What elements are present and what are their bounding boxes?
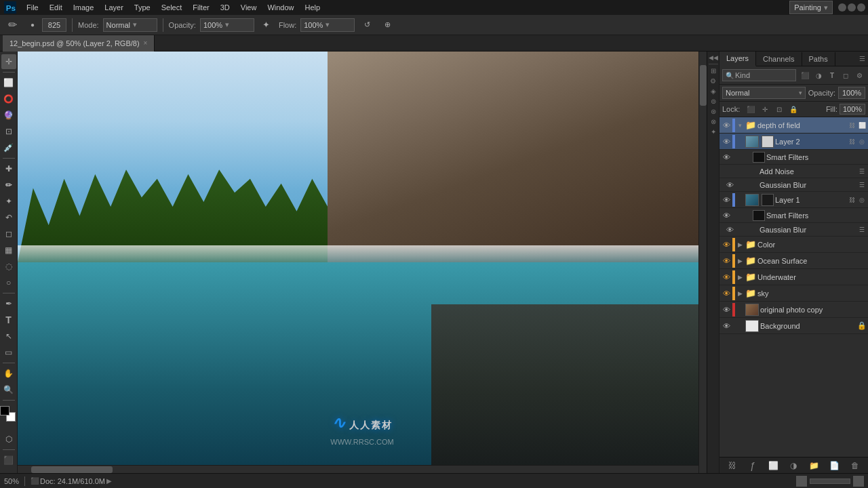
panel-icon-7[interactable]: ✦ [711, 128, 716, 136]
menu-edit[interactable]: Edit [45, 2, 67, 13]
expand-color[interactable]: ▶ [736, 241, 744, 249]
tab-channels[interactable]: Channels [756, 52, 802, 66]
panel-icon-6[interactable]: ⊗ [711, 118, 716, 125]
tab-close-button[interactable]: × [144, 39, 148, 47]
menu-3d[interactable]: 3D [216, 2, 235, 13]
fill-input[interactable] [840, 104, 865, 115]
smoothing-icon[interactable]: ↺ [359, 17, 375, 33]
layer-row-original-photo[interactable]: 👁 original photo copy [719, 302, 868, 318]
mode-dropdown[interactable]: Normal ▾ [103, 18, 157, 32]
layer-row-gaussian-blur-1[interactable]: 👁 Gaussian Blur ☰ [719, 178, 868, 192]
window-maximize[interactable] [848, 3, 856, 12]
document-tab[interactable]: 12_begin.psd @ 50% (Layer 2, RGB/8) × [3, 35, 155, 52]
blend-mode-dropdown[interactable]: Normal ▾ [722, 87, 806, 99]
filter-smart-icon[interactable]: ⚙ [853, 69, 865, 81]
menu-window[interactable]: Window [262, 2, 298, 13]
canvas-scrollbar-v[interactable] [698, 52, 707, 473]
lock-all-icon[interactable]: 🔒 [787, 103, 800, 115]
clone-stamp-tool[interactable]: ✦ [1, 194, 16, 209]
eye-original-photo[interactable]: 👁 [721, 304, 732, 315]
gaussian-blur-2-settings-icon[interactable]: ☰ [857, 225, 867, 235]
new-layer-icon[interactable]: 📄 [828, 459, 842, 472]
menu-select[interactable]: Select [157, 2, 187, 13]
menu-help[interactable]: Help [300, 2, 326, 13]
eye-color[interactable]: 👁 [721, 239, 732, 250]
tab-paths[interactable]: Paths [802, 52, 835, 66]
foreground-color[interactable] [0, 406, 9, 415]
filter-type-icon[interactable]: T [826, 69, 838, 81]
eye-depth-of-field[interactable]: 👁 [721, 120, 732, 131]
canvas-scrollbar-h[interactable] [18, 465, 698, 473]
layer-row-add-noise[interactable]: 👁 Add Noise ☰ [719, 165, 868, 178]
layer-row-background[interactable]: 👁 Background 🔒 [719, 318, 868, 334]
new-group-icon[interactable]: 📁 [808, 459, 821, 472]
layer-row-underwater[interactable]: 👁 ▶ 📁 Underwater [719, 269, 868, 285]
healing-brush-tool[interactable]: ✚ [1, 161, 16, 176]
menu-layer[interactable]: Layer [100, 2, 128, 13]
filter-shape-icon[interactable]: ◻ [840, 69, 852, 81]
add-noise-settings-icon[interactable]: ☰ [857, 167, 867, 176]
airbrush-icon[interactable]: ✦ [258, 17, 275, 33]
brush-tool[interactable]: ✏ [1, 178, 16, 192]
history-brush-tool[interactable]: ↶ [1, 210, 16, 225]
timeline-bar[interactable] [810, 479, 850, 484]
gaussian-blur-1-settings-icon[interactable]: ☰ [857, 180, 867, 190]
menu-type[interactable]: Type [130, 2, 155, 13]
blur-tool[interactable]: ◌ [1, 259, 16, 274]
expand-depth-of-field[interactable]: ▾ [736, 121, 744, 129]
panel-collapse-icon[interactable]: ◀◀ [709, 54, 718, 61]
path-selection-tool[interactable]: ↖ [1, 329, 16, 344]
layer2-icon1[interactable]: ⛓ [847, 137, 856, 146]
eye-sky[interactable]: 👁 [721, 288, 732, 299]
layer-row-depth-of-field[interactable]: 👁 ▾ 📁 depth of field ⛓ ⬜ [719, 117, 868, 134]
eraser-tool[interactable]: ◻ [1, 226, 16, 241]
menu-view[interactable]: View [236, 2, 262, 13]
window-minimize[interactable] [838, 3, 846, 12]
add-style-icon[interactable]: ƒ [746, 459, 760, 472]
eye-underwater[interactable]: 👁 [721, 272, 732, 283]
new-adjustment-icon[interactable]: ◑ [787, 459, 800, 472]
angle-icon[interactable]: ⊕ [379, 17, 395, 33]
lock-pixels-icon[interactable]: ⬛ [745, 103, 757, 115]
layer-row-gaussian-blur-2[interactable]: 👁 Gaussian Blur ☰ [719, 223, 868, 237]
panel-icon-4[interactable]: ⊚ [711, 98, 716, 105]
dodge-tool[interactable]: ○ [1, 275, 16, 290]
link-layers-icon[interactable]: ⛓ [726, 459, 739, 472]
scrollbar-thumb-v[interactable] [700, 65, 707, 106]
panel-icon-3[interactable]: ◈ [711, 87, 716, 95]
lock-artboards-icon[interactable]: ⊡ [773, 103, 785, 115]
eye-ocean-surface[interactable]: 👁 [721, 256, 732, 266]
panel-icon-1[interactable]: ⊞ [711, 67, 716, 75]
layer-mask-icon[interactable]: ⬜ [857, 121, 867, 130]
type-tool[interactable]: T [1, 312, 16, 327]
layer-row-ocean-surface[interactable]: 👁 ▶ 📁 Ocean Surface [719, 253, 868, 269]
panel-menu-btn[interactable]: ☰ [859, 55, 868, 62]
delete-layer-icon[interactable]: 🗑 [848, 459, 862, 472]
canvas-image[interactable]: ∿ 人人素材 WWW.RRSC.COM [18, 52, 707, 473]
menu-file[interactable]: File [22, 2, 43, 13]
layer-chain-icon[interactable]: ⛓ [847, 121, 856, 130]
eye-layer1[interactable]: 👁 [721, 195, 732, 205]
pen-tool[interactable]: ✒ [1, 296, 16, 311]
opacity-input[interactable] [838, 87, 865, 99]
layer1-icon2[interactable]: ◎ [857, 195, 867, 205]
window-close[interactable] [857, 3, 865, 12]
status-arrow-right[interactable] [853, 476, 864, 487]
brush-size-input[interactable] [42, 18, 66, 32]
filter-adjustment-icon[interactable]: ◑ [812, 69, 825, 81]
lock-position-icon[interactable]: ✛ [759, 103, 771, 115]
hand-tool[interactable]: ✋ [1, 366, 16, 381]
zoom-tool[interactable]: 🔍 [1, 382, 16, 397]
layer-row-layer2[interactable]: 👁 Layer 2 ⛓ ◎ [719, 134, 868, 150]
layer-row-smart-filters-2[interactable]: 👁 Smart Filters [719, 208, 868, 223]
menu-image[interactable]: Image [68, 2, 99, 13]
expand-ocean-surface[interactable]: ▶ [736, 257, 744, 265]
panel-icon-5[interactable]: ⊛ [711, 108, 716, 115]
filter-pixel-icon[interactable]: ⬛ [799, 69, 811, 81]
layer-row-color[interactable]: 👁 ▶ 📁 Color [719, 237, 868, 253]
expand-sky[interactable]: ▶ [736, 289, 744, 298]
layer2-icon2[interactable]: ◎ [857, 137, 867, 146]
doc-info-area[interactable]: ⬛ Doc: 24.1M/610.0M ▶ [31, 477, 112, 485]
eye-gaussian-blur-1[interactable]: 👁 [724, 180, 735, 190]
gradient-tool[interactable]: ▦ [1, 243, 16, 258]
